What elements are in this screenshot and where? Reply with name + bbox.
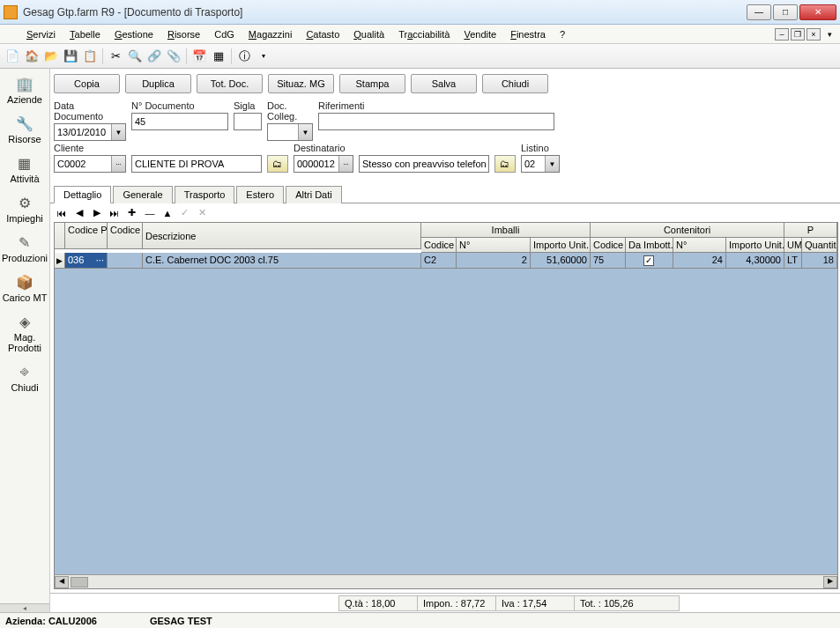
dropdown-icon[interactable]: ▼ xyxy=(545,156,559,172)
mdi-dropdown-icon[interactable]: ▾ xyxy=(822,28,836,41)
tool-cut-icon[interactable]: ✂ xyxy=(107,48,124,65)
situazmg-button[interactable]: Situaz. MG xyxy=(268,74,334,93)
mdi-close-button[interactable]: × xyxy=(807,28,821,41)
menu-tabelle[interactable]: Tabelle xyxy=(63,27,108,41)
tab-dettaglio[interactable]: Dettaglio xyxy=(54,186,111,203)
sigla-input[interactable] xyxy=(234,113,262,130)
tool-new-icon[interactable]: 📄 xyxy=(4,48,21,65)
duplica-button[interactable]: Duplica xyxy=(125,74,191,93)
tool-open-icon[interactable]: 📂 xyxy=(42,48,60,65)
sidebar-risorse[interactable]: 🔧Risorse xyxy=(0,110,49,150)
tab-trasporto[interactable]: Trasporto xyxy=(175,186,235,203)
tool-home-icon[interactable]: 🏠 xyxy=(23,48,41,65)
cell-imb-imp[interactable]: 51,60000 xyxy=(531,253,591,269)
salva-button[interactable]: Salva xyxy=(411,74,477,93)
nav-remove-icon[interactable]: — xyxy=(144,208,156,218)
menu-magazzini[interactable]: Magazzini xyxy=(242,27,300,41)
scroll-left-icon[interactable]: ◀ xyxy=(55,576,69,588)
col-quantita[interactable]: Quantità xyxy=(802,238,837,253)
sidebar-impieghi[interactable]: ⚙Impieghi xyxy=(0,189,49,229)
sidebar-mag-prodotti[interactable]: ◈Mag. Prodotti xyxy=(0,308,49,358)
tool-save-icon[interactable]: 💾 xyxy=(62,48,79,65)
tool-calendar-icon[interactable]: 📅 xyxy=(190,48,208,65)
tab-estero[interactable]: Estero xyxy=(236,186,284,203)
col-con-daimbott[interactable]: Da Imbott. xyxy=(626,238,673,253)
menu-qualita[interactable]: Qualità xyxy=(346,27,391,41)
datadoc-input[interactable]: 13/01/2010▼ xyxy=(54,123,126,141)
tool-search-icon[interactable]: 🔍 xyxy=(126,48,144,65)
sidebar-collapse-button[interactable]: ◂ xyxy=(0,603,49,612)
col-codice-spesa[interactable]: Codice Spesa xyxy=(108,223,143,249)
cell-um[interactable]: LT xyxy=(784,253,802,269)
listino-input[interactable]: 02▼ xyxy=(521,155,560,173)
nav-cancel-icon[interactable]: ✕ xyxy=(197,207,209,218)
menu-servizi[interactable]: Servizi xyxy=(19,27,63,41)
menu-gestione[interactable]: Gestione xyxy=(108,27,160,41)
menu-cdg[interactable]: CdG xyxy=(207,27,242,41)
tool-dropdown-icon[interactable]: ▾ xyxy=(255,48,272,65)
sidebar-chiudi[interactable]: ⎆Chiudi xyxy=(0,358,49,398)
col-con-codice[interactable]: Codice xyxy=(591,238,626,253)
col-codice-prodotto[interactable]: Codice Prodotto xyxy=(65,223,108,249)
table-row[interactable]: ▶ 036 ··· C.E. Cabernet DOC 2003 cl.75 C… xyxy=(55,253,837,269)
col-um[interactable]: UM xyxy=(784,238,802,253)
cell-imb-n[interactable]: 2 xyxy=(457,253,531,269)
ndoc-input[interactable]: 45 xyxy=(131,113,228,130)
dest-lookup-button[interactable]: 🗂 xyxy=(494,155,516,173)
menu-tracciabilita[interactable]: Tracciabilità xyxy=(391,27,457,41)
mdi-minimize-button[interactable]: – xyxy=(775,28,789,41)
menu-finestra[interactable]: Finestra xyxy=(503,27,553,41)
cliente-lookup-button[interactable]: 🗂 xyxy=(267,155,288,173)
ellipsis-icon[interactable]: ··· xyxy=(111,156,125,172)
horizontal-scrollbar[interactable]: ◀ ▶ xyxy=(55,574,837,588)
col-con-importo[interactable]: Importo Unit. xyxy=(726,238,784,253)
nav-next-icon[interactable]: ▶ xyxy=(91,207,103,218)
doccolleg-input[interactable]: ▼ xyxy=(267,123,313,141)
sidebar-attivita[interactable]: ▦Attività xyxy=(0,150,49,189)
col-imb-n[interactable]: N° xyxy=(457,238,531,253)
riferimenti-input[interactable] xyxy=(318,113,554,130)
grid-body[interactable]: ▶ 036 ··· C.E. Cabernet DOC 2003 cl.75 C… xyxy=(55,253,837,574)
sidebar-carico-mt[interactable]: 📦Carico MT xyxy=(0,269,49,308)
totdoc-button[interactable]: Tot. Doc. xyxy=(197,74,263,93)
nav-edit-icon[interactable]: ✓ xyxy=(179,207,191,218)
col-descrizione[interactable]: Descrizione xyxy=(143,223,421,249)
ellipsis-icon[interactable]: ··· xyxy=(338,156,353,172)
scroll-thumb[interactable] xyxy=(71,577,88,587)
nav-up-icon[interactable]: ▲ xyxy=(161,208,174,218)
nav-add-icon[interactable]: ✚ xyxy=(126,207,138,218)
menu-vendite[interactable]: Vendite xyxy=(457,27,503,41)
minimize-button[interactable]: — xyxy=(747,4,771,20)
cell-con-imb[interactable]: ✓ xyxy=(626,253,673,269)
col-imb-importo[interactable]: Importo Unit. xyxy=(531,238,591,253)
menu-risorse[interactable]: Risorse xyxy=(160,27,207,41)
col-imb-codice[interactable]: Codice xyxy=(421,238,457,253)
cell-con-n[interactable]: 24 xyxy=(673,253,726,269)
maximize-button[interactable]: □ xyxy=(773,4,798,20)
cliente-code-input[interactable]: C0002··· xyxy=(54,155,126,173)
cliente-name-input[interactable]: CLIENTE DI PROVA xyxy=(131,155,262,173)
col-con-n[interactable]: N° xyxy=(673,238,726,253)
sidebar-produzioni[interactable]: ✎Produzioni xyxy=(0,229,49,269)
mdi-restore-button[interactable]: ❐ xyxy=(791,28,805,41)
nav-prev-icon[interactable]: ◀ xyxy=(73,207,85,218)
tool-link-icon[interactable]: 🔗 xyxy=(145,48,163,65)
menu-catasto[interactable]: Catasto xyxy=(299,27,346,41)
dropdown-icon[interactable]: ▼ xyxy=(111,124,125,140)
menu-help[interactable]: ? xyxy=(553,27,572,41)
close-button[interactable]: ✕ xyxy=(799,4,836,20)
dropdown-icon[interactable]: ▼ xyxy=(298,124,312,140)
cell-descr[interactable]: C.E. Cabernet DOC 2003 cl.75 xyxy=(143,253,421,269)
nav-last-icon[interactable]: ⏭ xyxy=(108,208,121,218)
chiudi-button[interactable]: Chiudi xyxy=(482,74,548,93)
cell-con-cod[interactable]: 75 xyxy=(591,253,626,269)
tool-attach-icon[interactable]: 📎 xyxy=(165,48,182,65)
scroll-right-icon[interactable]: ▶ xyxy=(823,576,837,588)
cell-codspesa[interactable] xyxy=(108,253,143,269)
tool-doc-icon[interactable]: 📋 xyxy=(81,48,99,65)
cell-imb-cod[interactable]: C2 xyxy=(421,253,457,269)
tab-altridati[interactable]: Altri Dati xyxy=(286,186,342,203)
cell-con-imp[interactable]: 4,30000 xyxy=(726,253,784,269)
tab-generale[interactable]: Generale xyxy=(113,186,172,203)
tool-grid-icon[interactable]: ▦ xyxy=(210,48,227,65)
